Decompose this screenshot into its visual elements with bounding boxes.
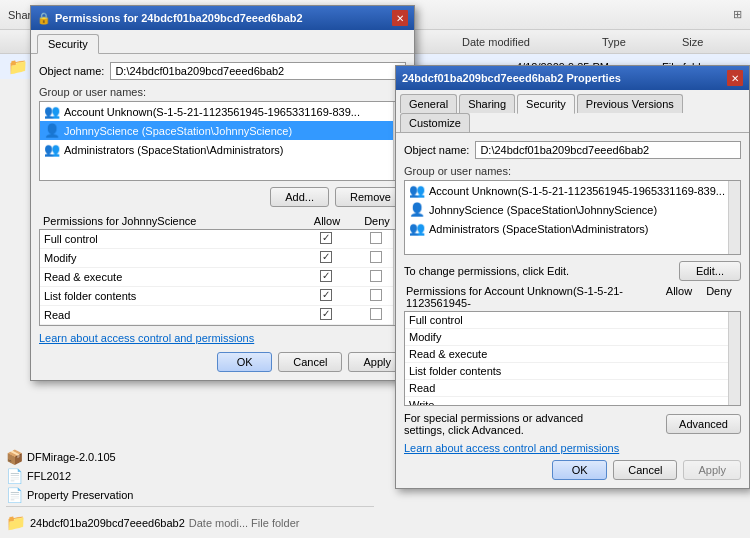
props-object-name-label: Object name: — [404, 144, 469, 156]
advanced-btn[interactable]: Advanced — [666, 414, 741, 434]
status-folder-sub: Date modi... File folder — [189, 517, 300, 529]
permissions-dialog-content: Object name: D:\24bdcf01ba209bcd7eeed6ba… — [31, 54, 414, 380]
props-tab-strip: General Sharing Security Previous Versio… — [396, 90, 749, 133]
perm-row-1: Modify — [40, 249, 405, 268]
user-name-1: JohnnyScience (SpaceStation\JohnnyScienc… — [64, 125, 292, 137]
props-user-name-1: JohnnyScience (SpaceStation\JohnnyScienc… — [429, 204, 657, 216]
change-permissions-row: To change permissions, click Edit. Edit.… — [404, 261, 741, 281]
props-perm-name-5: Write — [409, 399, 656, 406]
props-cancel-btn[interactable]: Cancel — [613, 460, 677, 480]
perm-allow-0[interactable] — [301, 232, 351, 246]
props-perm-row-5: Write — [405, 397, 740, 406]
perm-row-3: List folder contents — [40, 287, 405, 306]
list-item-selected[interactable]: 👤 JohnnyScience (SpaceStation\JohnnyScie… — [40, 121, 405, 140]
props-perm-scrollbar[interactable] — [728, 312, 740, 405]
tab-customize[interactable]: Customize — [400, 113, 470, 132]
props-allow-header: Allow — [659, 285, 699, 309]
change-permissions-text: To change permissions, click Edit. — [404, 265, 569, 277]
type-header: Type — [602, 36, 682, 49]
props-permissions-section: Permissions for Account Unknown(S-1-5-21… — [404, 285, 741, 406]
view-icon[interactable]: ⊞ — [733, 8, 742, 21]
props-perm-name-0: Full control — [409, 314, 656, 326]
status-folder-icon: 📁 — [6, 513, 26, 532]
cancel-btn[interactable]: Cancel — [278, 352, 342, 372]
props-permissions-list: Full control Modify Read & execute — [404, 311, 741, 406]
list-item[interactable]: 📄 FFL2012 — [6, 468, 374, 484]
props-ok-btn[interactable]: OK — [552, 460, 607, 480]
add-remove-btn-row: Add... Remove — [39, 187, 406, 207]
user-icon-2: 👥 — [44, 142, 60, 157]
permissions-list: Full control Modify Read & execute List … — [39, 229, 406, 326]
perm-allow-1[interactable] — [301, 251, 351, 265]
tab-general[interactable]: General — [400, 94, 457, 113]
props-perm-header: Permissions for Account Unknown(S-1-5-21… — [404, 285, 741, 309]
tab-previous-versions[interactable]: Previous Versions — [577, 94, 683, 113]
perm-allow-2[interactable] — [301, 270, 351, 284]
list-item[interactable]: 👥 Administrators (SpaceStation\Administr… — [405, 219, 740, 238]
props-user-name-2: Administrators (SpaceStation\Administrat… — [429, 223, 648, 235]
list-item[interactable]: 👥 Account Unknown(S-1-5-21-1123561945-19… — [405, 181, 740, 200]
status-folder-name: 24bdcf01ba209bcd7eeed6bab2 — [30, 517, 185, 529]
permissions-tab-strip: Security — [31, 30, 414, 54]
props-perm-row-4: Read — [405, 380, 740, 397]
file-name-2: DFMirage-2.0.105 — [27, 451, 116, 463]
perm-allow-3[interactable] — [301, 289, 351, 303]
user-name-0: Account Unknown(S-1-5-21-1123561945-1965… — [64, 106, 360, 118]
list-item[interactable]: 👥 Administrators (SpaceStation\Administr… — [40, 140, 405, 159]
perm-allow-4[interactable] — [301, 308, 351, 322]
props-action-btn-row: OK Cancel Apply — [404, 460, 741, 480]
props-title-text: 24bdcf01ba209bcd7eeed6bab2 Properties — [402, 72, 727, 84]
props-apply-btn[interactable]: Apply — [683, 460, 741, 480]
object-name-label: Object name: — [39, 65, 104, 77]
user-list[interactable]: 👥 Account Unknown(S-1-5-21-1123561945-19… — [39, 101, 406, 181]
list-item[interactable]: 👥 Account Unknown(S-1-5-21-1123561945-19… — [40, 102, 405, 121]
permissions-dialog-title: Permissions for 24bdcf01ba209bcd7eeed6ba… — [55, 12, 392, 24]
props-perm-name-3: List folder contents — [409, 365, 656, 377]
bottom-file-list: 📦 DFMirage-2.0.105 📄 FFL2012 📄 Property … — [0, 443, 380, 538]
permissions-dialog: 🔒 Permissions for 24bdcf01ba209bcd7eeed6… — [30, 5, 415, 381]
group-label: Group or user names: — [39, 86, 406, 98]
file-name-4: Property Preservation — [27, 489, 133, 501]
props-user-name-0: Account Unknown(S-1-5-21-1123561945-1965… — [429, 185, 725, 197]
list-item[interactable]: 📦 DFMirage-2.0.105 — [6, 449, 374, 465]
status-row: 📁 24bdcf01ba209bcd7eeed6bab2 Date modi..… — [6, 506, 374, 532]
permissions-learn-link[interactable]: Learn about access control and permissio… — [39, 332, 406, 344]
folder-icon: 📁 — [8, 57, 28, 76]
perm-name-1: Modify — [44, 252, 301, 264]
tab-sharing[interactable]: Sharing — [459, 94, 515, 113]
perm-row-2: Read & execute — [40, 268, 405, 287]
properties-dialog-titlebar: 24bdcf01ba209bcd7eeed6bab2 Properties ✕ — [396, 66, 749, 90]
size-header: Size — [682, 36, 742, 49]
user-icon-0: 👥 — [44, 104, 60, 119]
edit-btn[interactable]: Edit... — [679, 261, 741, 281]
props-perm-row-3: List folder contents — [405, 363, 740, 380]
add-btn[interactable]: Add... — [270, 187, 329, 207]
props-perm-name-2: Read & execute — [409, 348, 656, 360]
file-icon: 📄 — [6, 487, 23, 503]
perm-header: Permissions for JohnnyScience Allow Deny — [39, 215, 406, 227]
date-modified-header: Date modified — [462, 36, 602, 49]
security-tab[interactable]: Security — [37, 34, 99, 54]
properties-dialog: 24bdcf01ba209bcd7eeed6bab2 Properties ✕ … — [395, 65, 750, 489]
props-user-icon-1: 👤 — [409, 202, 425, 217]
permissions-close-btn[interactable]: ✕ — [392, 10, 408, 26]
permissions-dialog-titlebar: 🔒 Permissions for 24bdcf01ba209bcd7eeed6… — [31, 6, 414, 30]
list-item[interactable]: 📄 Property Preservation — [6, 487, 374, 503]
properties-close-btn[interactable]: ✕ — [727, 70, 743, 86]
list-item[interactable]: 👤 JohnnyScience (SpaceStation\JohnnyScie… — [405, 200, 740, 219]
props-perm-area: Permissions for Account Unknown(S-1-5-21… — [404, 285, 741, 406]
zip-icon: 📦 — [6, 449, 23, 465]
permissions-for-label: Permissions for JohnnyScience — [43, 215, 302, 227]
ok-btn[interactable]: OK — [217, 352, 272, 372]
dialog-action-btn-row: OK Cancel Apply — [39, 352, 406, 372]
object-name-value: D:\24bdcf01ba209bcd7eeed6bab2 — [110, 62, 406, 80]
user-name-2: Administrators (SpaceStation\Administrat… — [64, 144, 283, 156]
perm-row-0: Full control — [40, 230, 405, 249]
props-learn-link[interactable]: Learn about access control and permissio… — [404, 442, 741, 454]
permissions-section: Permissions for JohnnyScience Allow Deny… — [39, 215, 406, 326]
props-list-scrollbar[interactable] — [728, 181, 740, 254]
props-perm-row-0: Full control — [405, 312, 740, 329]
props-user-icon-0: 👥 — [409, 183, 425, 198]
props-user-list[interactable]: 👥 Account Unknown(S-1-5-21-1123561945-19… — [404, 180, 741, 255]
tab-security[interactable]: Security — [517, 94, 575, 114]
